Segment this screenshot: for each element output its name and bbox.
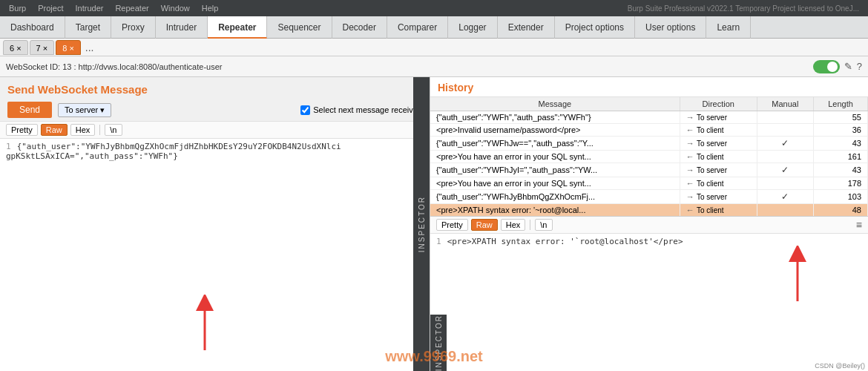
menu-repeater[interactable]: Repeater (109, 4, 154, 13)
menu-help[interactable]: Help (196, 4, 225, 13)
send-bar: Send To server ▾ Select next message rec… (0, 99, 430, 121)
cell-direction: ← To client (680, 204, 757, 217)
cell-manual (757, 124, 813, 137)
tab-dashboard[interactable]: Dashboard (0, 16, 65, 39)
bottom-fmt-hex[interactable]: Hex (501, 219, 526, 231)
table-row[interactable]: <pre>XPATH syntax error: '~root@local...… (430, 204, 868, 217)
cell-message: {"auth_user":"YWFhJw==","auth_pass":"Y..… (430, 137, 680, 151)
right-panel: History Message Direction Manual Length … (430, 77, 868, 371)
tab-learn[interactable]: Learn (706, 16, 751, 39)
menu-project[interactable]: Project (32, 4, 69, 13)
menu-window[interactable]: Window (155, 4, 196, 13)
col-length: Length (814, 97, 868, 111)
left-inspector-label: INSPECTOR (418, 196, 426, 252)
bottom-fmt-pretty[interactable]: Pretty (436, 219, 468, 231)
tab-logger[interactable]: Logger (448, 16, 497, 39)
bottom-code-content: <pre>XPATH syntax error: '`root@localhos… (447, 237, 683, 246)
cell-length: 103 (814, 190, 868, 204)
sub-tab-6[interactable]: 6 × (3, 40, 28, 55)
table-row[interactable]: <pre>You have an error in your SQL synt.… (430, 151, 868, 163)
tab-extender[interactable]: Extender (498, 16, 555, 39)
left-code-area[interactable]: 1{"auth_user":"YWFhJyBhbmQgZXhOcmFjdHZhb… (0, 139, 430, 371)
cell-direction: ← To client (680, 124, 757, 137)
left-code-content[interactable]: {"auth_user":"YWFhJyBhbmQgZXhOcmFjdHZhbH… (6, 142, 341, 161)
table-row[interactable]: {"auth_user":"YWFhJyBhbmQgZXhOcmFj...→ T… (430, 190, 868, 204)
bottom-line-number: 1 (436, 237, 441, 246)
menu-intruder[interactable]: Intruder (70, 4, 110, 13)
cell-manual (757, 111, 813, 124)
cell-length: 36 (814, 124, 868, 137)
tab-target[interactable]: Target (65, 16, 111, 39)
send-button[interactable]: Send (7, 102, 52, 118)
main-content: Send WebSocket Message Send To server ▾ … (0, 77, 868, 371)
tab-project-options[interactable]: Project options (555, 16, 635, 39)
edit-icon[interactable]: ✎ (844, 61, 852, 72)
cell-length: 55 (814, 111, 868, 124)
bottom-hamburger-icon[interactable]: ≡ (856, 219, 862, 231)
tab-user-options[interactable]: User options (635, 16, 706, 39)
red-arrow-up-icon (194, 295, 216, 354)
select-next-checkbox[interactable] (300, 105, 310, 115)
fmt-newline[interactable]: \n (105, 124, 122, 136)
history-scroll[interactable]: Message Direction Manual Length {"auth_u… (430, 97, 868, 216)
cell-message: {"auth_user":"YWFh","auth_pass":"YWFh"} (430, 111, 680, 124)
cell-message: {"auth_user":"YWFhJyBhbmQgZXhOcmFj... (430, 190, 680, 204)
cell-message: {"auth_user":"YWFhJyI=","auth_pass":"YW.… (430, 163, 680, 177)
select-next-label: Select next message received (313, 105, 422, 114)
fmt-hex[interactable]: Hex (70, 124, 96, 136)
table-row[interactable]: {"auth_user":"YWFhJw==","auth_pass":"Y..… (430, 137, 868, 151)
send-ws-title: Send WebSocket Message (0, 77, 430, 99)
help-icon[interactable]: ? (857, 61, 862, 72)
cell-message: <pre>You have an error in your SQL synt.… (430, 151, 680, 163)
menu-burp[interactable]: Burp (3, 4, 32, 13)
table-row[interactable]: <pre>Invalid username/password</pre>← To… (430, 124, 868, 137)
cell-manual (757, 177, 813, 190)
bottom-fmt-newline[interactable]: \n (535, 219, 552, 231)
left-format-toolbar: Pretty Raw Hex \n ≡ (0, 121, 430, 139)
cell-direction: ← To client (680, 151, 757, 163)
tab-proxy[interactable]: Proxy (111, 16, 156, 39)
direction-select[interactable]: To server ▾ (58, 103, 111, 117)
tab-repeater[interactable]: Repeater (208, 16, 267, 39)
sub-tab-8[interactable]: 8 × (56, 40, 81, 55)
fmt-raw[interactable]: Raw (41, 124, 68, 136)
fmt-separator (99, 125, 100, 135)
bottom-code-area[interactable]: 1<pre>XPATH syntax error: '`root@localho… (430, 234, 868, 315)
history-title: History (430, 77, 868, 97)
sub-tab-more[interactable]: ... (82, 42, 97, 53)
bottom-message-area: Pretty Raw Hex \n ≡ 1<pre>XPATH syntax e… (430, 216, 868, 315)
right-inspector-label: INSPECTOR (435, 315, 443, 371)
cell-message: <pre>You have an error in your SQL synt.… (430, 177, 680, 190)
cell-length: 48 (814, 204, 868, 217)
ws-bar: WebSocket ID: 13 : http://dvws.local:808… (0, 56, 868, 77)
fmt-pretty[interactable]: Pretty (6, 124, 38, 136)
history-table: Message Direction Manual Length {"auth_u… (430, 97, 868, 216)
cell-direction: → To server (680, 163, 757, 177)
csdn-credit: CSDN @Beiley() (815, 362, 865, 370)
table-row[interactable]: <pre>You have an error in your SQL synt.… (430, 177, 868, 190)
cell-direction: → To server (680, 190, 757, 204)
tab-decoder[interactable]: Decoder (332, 16, 387, 39)
nav-tabs: Dashboard Target Proxy Intruder Repeater… (0, 16, 868, 39)
tab-comparer[interactable]: Comparer (387, 16, 448, 39)
cell-direction: → To server (680, 111, 757, 124)
cell-manual (757, 151, 813, 163)
tab-sequencer[interactable]: Sequencer (267, 16, 332, 39)
left-inspector-sidebar: INSPECTOR (413, 77, 430, 371)
cell-length: 161 (814, 151, 868, 163)
table-row[interactable]: {"auth_user":"YWFhJyI=","auth_pass":"YW.… (430, 163, 868, 177)
cell-direction: ← To client (680, 177, 757, 190)
table-row[interactable]: {"auth_user":"YWFh","auth_pass":"YWFh"}→… (430, 111, 868, 124)
line-number-1: 1 (6, 142, 11, 151)
cell-length: 178 (814, 177, 868, 190)
cell-manual: ✓ (757, 137, 813, 151)
tab-intruder[interactable]: Intruder (156, 16, 208, 39)
sub-tabs-bar: 6 × 7 × 8 × ... (0, 39, 868, 56)
sub-tab-7[interactable]: 7 × (30, 40, 55, 55)
col-manual: Manual (757, 97, 813, 111)
cell-length: 43 (814, 137, 868, 151)
select-next-checkbox-label[interactable]: Select next message received (300, 105, 422, 115)
ws-toggle[interactable] (813, 60, 840, 73)
col-direction: Direction (680, 97, 757, 111)
bottom-fmt-raw[interactable]: Raw (471, 219, 498, 231)
